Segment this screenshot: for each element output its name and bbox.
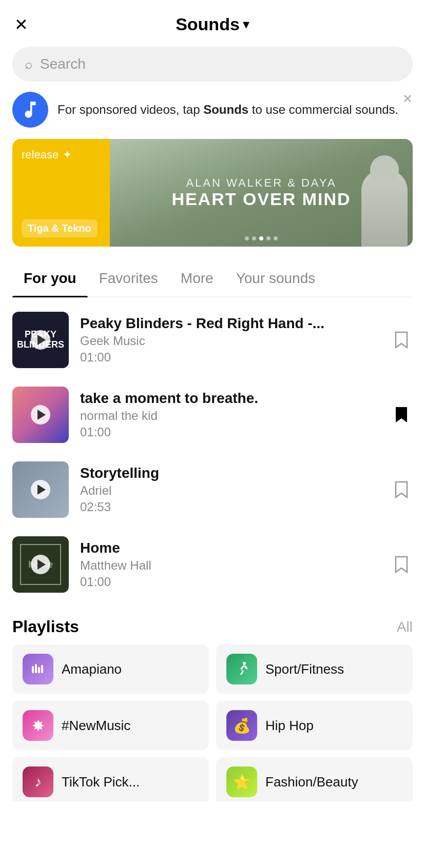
track-thumbnail: home bbox=[12, 536, 69, 593]
bookmark-icon bbox=[395, 556, 408, 573]
fashion-icon: ⭐ bbox=[226, 766, 257, 797]
playlist-item-newmusic[interactable]: ✸ #NewMusic bbox=[12, 701, 209, 750]
promo-dot-3 bbox=[259, 236, 263, 240]
track-info: take a moment to breathe. normal the kid… bbox=[80, 390, 379, 439]
bookmark-button[interactable] bbox=[390, 478, 413, 501]
playlist-grid-2: ✸ #NewMusic 💰 Hip Hop bbox=[0, 694, 425, 750]
sport-icon bbox=[226, 654, 257, 684]
page-title: Sounds ▾ bbox=[176, 14, 249, 34]
svg-rect-1 bbox=[35, 664, 37, 673]
music-icon bbox=[20, 99, 41, 120]
run-icon bbox=[233, 660, 250, 678]
promo-dots bbox=[245, 236, 278, 240]
playlists-all-button[interactable]: All bbox=[397, 619, 413, 635]
svg-point-4 bbox=[243, 662, 246, 665]
tab-for-you[interactable]: For you bbox=[12, 261, 88, 297]
track-name: take a moment to breathe. bbox=[80, 390, 379, 407]
play-icon bbox=[37, 410, 46, 420]
playlist-name: TikTok Pick... bbox=[62, 774, 140, 790]
promo-featuring-names: ALAN WALKER & DAYA bbox=[186, 176, 336, 190]
play-button[interactable] bbox=[31, 405, 50, 425]
track-duration: 01:00 bbox=[80, 350, 379, 365]
playlist-grid: Amapiano Sport/Fitness bbox=[0, 644, 425, 694]
track-item[interactable]: take a moment to breathe. normal the kid… bbox=[0, 377, 425, 452]
promo-track-title: HEART OVER MIND bbox=[171, 190, 351, 209]
track-name: Home bbox=[80, 540, 379, 556]
tab-your-sounds[interactable]: Your sounds bbox=[225, 261, 327, 297]
tiktok-icon: ♪ bbox=[23, 766, 53, 797]
hiphop-icon: 💰 bbox=[226, 710, 257, 741]
playlist-name: Hip Hop bbox=[265, 718, 314, 734]
playlist-item-sport[interactable]: Sport/Fitness bbox=[216, 644, 413, 694]
track-duration: 01:00 bbox=[80, 425, 379, 439]
promo-release-label: release ✦ bbox=[22, 148, 101, 162]
bookmark-icon bbox=[395, 331, 408, 349]
track-item[interactable]: home Home Matthew Hall 01:00 bbox=[0, 527, 425, 602]
header: ✕ Sounds ▾ bbox=[0, 0, 425, 43]
track-item[interactable]: PEAKYBLINDERS Peaky Blinders - Red Right… bbox=[0, 302, 425, 377]
play-button[interactable] bbox=[31, 480, 50, 499]
play-button[interactable] bbox=[31, 330, 50, 350]
bookmark-button[interactable] bbox=[390, 329, 413, 351]
close-button[interactable]: ✕ bbox=[14, 15, 28, 34]
chevron-down-icon[interactable]: ▾ bbox=[243, 16, 249, 32]
track-item[interactable]: Storytelling Adriel 02:53 bbox=[0, 452, 425, 527]
track-info: Peaky Blinders - Red Right Hand -... Gee… bbox=[80, 315, 379, 365]
play-icon bbox=[37, 559, 46, 570]
playlists-title: Playlists bbox=[12, 617, 79, 636]
promo-artist-tag: Tiga & Tekno bbox=[22, 219, 98, 237]
track-info: Storytelling Adriel 02:53 bbox=[80, 465, 379, 514]
playlist-name: Amapiano bbox=[62, 661, 122, 677]
bookmark-button[interactable] bbox=[390, 403, 413, 426]
playlist-name: #NewMusic bbox=[62, 718, 130, 734]
search-icon: ⌕ bbox=[25, 56, 33, 72]
track-thumbnail bbox=[12, 461, 69, 518]
track-name: Peaky Blinders - Red Right Hand -... bbox=[80, 315, 379, 332]
amapiano-icon bbox=[23, 654, 53, 684]
play-button[interactable] bbox=[31, 555, 50, 574]
svg-rect-2 bbox=[38, 667, 40, 673]
playlist-item-fashion[interactable]: ⭐ Fashion/Beauty bbox=[216, 757, 413, 801]
promo-dot-2 bbox=[252, 236, 256, 240]
banner-close-button[interactable]: ✕ bbox=[402, 92, 413, 106]
bookmark-filled-icon bbox=[395, 406, 408, 423]
promo-dot-1 bbox=[245, 236, 249, 240]
banner-text: For sponsored videos, tap Sounds to use … bbox=[57, 101, 413, 119]
promo-right: ALAN WALKER & DAYA HEART OVER MIND bbox=[110, 139, 413, 247]
svg-rect-3 bbox=[41, 665, 43, 673]
play-icon bbox=[37, 485, 46, 495]
tab-more[interactable]: More bbox=[169, 261, 225, 297]
search-bar[interactable]: ⌕ Search bbox=[12, 47, 413, 82]
svg-rect-0 bbox=[32, 666, 34, 673]
track-artist: Adriel bbox=[80, 483, 379, 498]
playlist-item-hiphop[interactable]: 💰 Hip Hop bbox=[216, 701, 413, 750]
promo-dot-4 bbox=[266, 236, 271, 240]
search-input[interactable]: Search bbox=[40, 56, 86, 72]
track-duration: 01:00 bbox=[80, 575, 379, 589]
sounds-icon bbox=[12, 92, 48, 128]
track-artist: Geek Music bbox=[80, 334, 379, 348]
track-info: Home Matthew Hall 01:00 bbox=[80, 540, 379, 589]
tab-favorites[interactable]: Favorites bbox=[88, 261, 169, 297]
track-thumbnail: PEAKYBLINDERS bbox=[12, 312, 69, 368]
track-artist: normal the kid bbox=[80, 409, 379, 423]
playlists-header: Playlists All bbox=[0, 607, 425, 644]
play-icon bbox=[37, 335, 46, 345]
track-artist: Matthew Hall bbox=[80, 558, 379, 573]
bookmark-button[interactable] bbox=[390, 553, 413, 576]
playlist-item-amapiano[interactable]: Amapiano bbox=[12, 644, 209, 694]
playlist-grid-3: ♪ TikTok Pick... ⭐ Fashion/Beauty bbox=[0, 750, 425, 801]
track-duration: 02:53 bbox=[80, 500, 379, 514]
playlist-item-tiktok[interactable]: ♪ TikTok Pick... bbox=[12, 757, 209, 801]
banner-notice: For sponsored videos, tap Sounds to use … bbox=[12, 92, 413, 128]
newmusic-icon: ✸ bbox=[23, 710, 53, 741]
track-thumbnail bbox=[12, 387, 69, 443]
playlist-name: Sport/Fitness bbox=[265, 661, 344, 677]
promo-banner[interactable]: release ✦ Tiga & Tekno ALAN WALKER & DAY… bbox=[12, 139, 413, 247]
bookmark-icon bbox=[395, 481, 408, 498]
promo-dot-5 bbox=[274, 236, 278, 240]
promo-left: release ✦ Tiga & Tekno bbox=[12, 139, 110, 247]
track-name: Storytelling bbox=[80, 465, 379, 481]
playlist-name: Fashion/Beauty bbox=[265, 774, 358, 790]
equalizer-icon bbox=[30, 661, 46, 677]
